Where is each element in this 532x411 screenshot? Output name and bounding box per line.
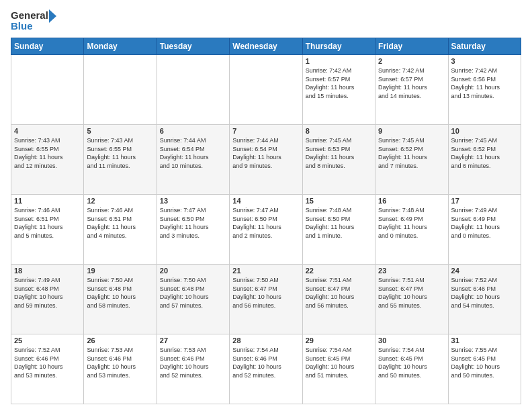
day-info: Sunrise: 7:45 AM Sunset: 6:53 PM Dayligh…: [306, 136, 372, 170]
day-info: Sunrise: 7:43 AM Sunset: 6:55 PM Dayligh…: [14, 136, 81, 170]
day-info: Sunrise: 7:51 AM Sunset: 6:47 PM Dayligh…: [378, 276, 445, 310]
day-info: Sunrise: 7:46 AM Sunset: 6:51 PM Dayligh…: [87, 206, 153, 240]
calendar-cell: 4Sunrise: 7:43 AM Sunset: 6:55 PM Daylig…: [11, 125, 84, 195]
day-number: 9: [378, 127, 445, 135]
calendar-header-monday: Monday: [84, 38, 157, 55]
day-info: Sunrise: 7:44 AM Sunset: 6:54 PM Dayligh…: [232, 136, 299, 170]
svg-text:General: General: [11, 9, 48, 21]
calendar-cell: 28Sunrise: 7:54 AM Sunset: 6:46 PM Dayli…: [230, 334, 302, 404]
calendar-cell: 1Sunrise: 7:42 AM Sunset: 6:57 PM Daylig…: [302, 55, 375, 125]
calendar-cell: 25Sunrise: 7:52 AM Sunset: 6:46 PM Dayli…: [11, 334, 84, 404]
day-info: Sunrise: 7:45 AM Sunset: 6:52 PM Dayligh…: [378, 136, 445, 170]
calendar-cell: 18Sunrise: 7:49 AM Sunset: 6:48 PM Dayli…: [11, 265, 84, 334]
day-info: Sunrise: 7:49 AM Sunset: 6:49 PM Dayligh…: [451, 206, 518, 240]
day-info: Sunrise: 7:55 AM Sunset: 6:45 PM Dayligh…: [451, 346, 518, 379]
day-number: 16: [378, 197, 445, 205]
day-info: Sunrise: 7:42 AM Sunset: 6:57 PM Dayligh…: [306, 66, 372, 100]
calendar-header-tuesday: Tuesday: [157, 38, 229, 55]
calendar-cell: [11, 55, 84, 125]
calendar-header-friday: Friday: [375, 38, 448, 55]
calendar-cell: 19Sunrise: 7:50 AM Sunset: 6:48 PM Dayli…: [84, 265, 157, 334]
calendar-cell: 23Sunrise: 7:51 AM Sunset: 6:47 PM Dayli…: [375, 265, 448, 334]
calendar-table: SundayMondayTuesdayWednesdayThursdayFrid…: [11, 38, 521, 404]
day-number: 20: [160, 267, 226, 275]
day-number: 27: [160, 336, 226, 345]
day-number: 17: [451, 197, 518, 205]
day-number: 11: [14, 197, 81, 205]
calendar-cell: 17Sunrise: 7:49 AM Sunset: 6:49 PM Dayli…: [448, 195, 521, 265]
calendar-cell: 10Sunrise: 7:45 AM Sunset: 6:52 PM Dayli…: [448, 125, 521, 195]
calendar-header-thursday: Thursday: [302, 38, 375, 55]
day-number: 30: [378, 336, 445, 345]
calendar-cell: 21Sunrise: 7:50 AM Sunset: 6:47 PM Dayli…: [230, 265, 302, 334]
day-number: 10: [451, 127, 518, 135]
calendar-header-row: SundayMondayTuesdayWednesdayThursdayFrid…: [11, 38, 521, 55]
logo: GeneralBlue: [11, 8, 64, 34]
day-info: Sunrise: 7:42 AM Sunset: 6:56 PM Dayligh…: [451, 66, 518, 100]
svg-text:Blue: Blue: [11, 20, 33, 32]
day-info: Sunrise: 7:49 AM Sunset: 6:48 PM Dayligh…: [14, 276, 81, 310]
day-info: Sunrise: 7:51 AM Sunset: 6:47 PM Dayligh…: [306, 276, 372, 310]
day-number: 18: [14, 267, 81, 275]
calendar-cell: 15Sunrise: 7:48 AM Sunset: 6:50 PM Dayli…: [302, 195, 375, 265]
day-info: Sunrise: 7:52 AM Sunset: 6:46 PM Dayligh…: [451, 276, 518, 310]
calendar-cell: 31Sunrise: 7:55 AM Sunset: 6:45 PM Dayli…: [448, 334, 521, 404]
day-number: 2: [378, 57, 445, 65]
calendar-cell: 20Sunrise: 7:50 AM Sunset: 6:48 PM Dayli…: [157, 265, 229, 334]
svg-marker-2: [49, 9, 56, 23]
day-number: 22: [306, 267, 372, 275]
day-number: 15: [306, 197, 372, 205]
day-number: 26: [87, 336, 153, 345]
day-info: Sunrise: 7:43 AM Sunset: 6:55 PM Dayligh…: [87, 136, 153, 170]
day-info: Sunrise: 7:50 AM Sunset: 6:48 PM Dayligh…: [160, 276, 226, 310]
calendar-cell: 14Sunrise: 7:47 AM Sunset: 6:50 PM Dayli…: [230, 195, 302, 265]
calendar-cell: 29Sunrise: 7:54 AM Sunset: 6:45 PM Dayli…: [302, 334, 375, 404]
calendar-cell: 7Sunrise: 7:44 AM Sunset: 6:54 PM Daylig…: [230, 125, 302, 195]
calendar-cell: 2Sunrise: 7:42 AM Sunset: 6:57 PM Daylig…: [375, 55, 448, 125]
calendar-cell: [157, 55, 229, 125]
calendar-cell: 26Sunrise: 7:53 AM Sunset: 6:46 PM Dayli…: [84, 334, 157, 404]
day-info: Sunrise: 7:53 AM Sunset: 6:46 PM Dayligh…: [160, 346, 226, 379]
day-info: Sunrise: 7:53 AM Sunset: 6:46 PM Dayligh…: [87, 346, 153, 379]
day-number: 21: [232, 267, 299, 275]
day-info: Sunrise: 7:47 AM Sunset: 6:50 PM Dayligh…: [160, 206, 226, 240]
day-info: Sunrise: 7:46 AM Sunset: 6:51 PM Dayligh…: [14, 206, 81, 240]
calendar-cell: 6Sunrise: 7:44 AM Sunset: 6:54 PM Daylig…: [157, 125, 229, 195]
calendar-week-row: 11Sunrise: 7:46 AM Sunset: 6:51 PM Dayli…: [11, 195, 521, 265]
calendar-cell: 3Sunrise: 7:42 AM Sunset: 6:56 PM Daylig…: [448, 55, 521, 125]
day-number: 4: [14, 127, 81, 135]
day-number: 19: [87, 267, 153, 275]
calendar-week-row: 4Sunrise: 7:43 AM Sunset: 6:55 PM Daylig…: [11, 125, 521, 195]
day-number: 7: [232, 127, 299, 135]
calendar-cell: 11Sunrise: 7:46 AM Sunset: 6:51 PM Dayli…: [11, 195, 84, 265]
day-number: 3: [451, 57, 518, 65]
calendar-week-row: 1Sunrise: 7:42 AM Sunset: 6:57 PM Daylig…: [11, 55, 521, 125]
day-number: 28: [232, 336, 299, 345]
day-info: Sunrise: 7:48 AM Sunset: 6:49 PM Dayligh…: [378, 206, 445, 240]
day-number: 12: [87, 197, 153, 205]
calendar-header-saturday: Saturday: [448, 38, 521, 55]
calendar-cell: [84, 55, 157, 125]
calendar-cell: 5Sunrise: 7:43 AM Sunset: 6:55 PM Daylig…: [84, 125, 157, 195]
calendar-cell: 27Sunrise: 7:53 AM Sunset: 6:46 PM Dayli…: [157, 334, 229, 404]
day-number: 8: [306, 127, 372, 135]
day-number: 25: [14, 336, 81, 345]
calendar-cell: 12Sunrise: 7:46 AM Sunset: 6:51 PM Dayli…: [84, 195, 157, 265]
day-info: Sunrise: 7:54 AM Sunset: 6:45 PM Dayligh…: [306, 346, 372, 379]
day-number: 31: [451, 336, 518, 345]
day-info: Sunrise: 7:48 AM Sunset: 6:50 PM Dayligh…: [306, 206, 372, 240]
calendar-week-row: 25Sunrise: 7:52 AM Sunset: 6:46 PM Dayli…: [11, 334, 521, 404]
day-info: Sunrise: 7:50 AM Sunset: 6:47 PM Dayligh…: [232, 276, 299, 310]
day-number: 13: [160, 197, 226, 205]
day-info: Sunrise: 7:42 AM Sunset: 6:57 PM Dayligh…: [378, 66, 445, 100]
calendar-header-sunday: Sunday: [11, 38, 84, 55]
page: GeneralBlue SundayMondayTuesdayWednesday…: [0, 0, 532, 411]
day-info: Sunrise: 7:44 AM Sunset: 6:54 PM Dayligh…: [160, 136, 226, 170]
calendar-cell: 22Sunrise: 7:51 AM Sunset: 6:47 PM Dayli…: [302, 265, 375, 334]
calendar-cell: 30Sunrise: 7:54 AM Sunset: 6:45 PM Dayli…: [375, 334, 448, 404]
day-info: Sunrise: 7:47 AM Sunset: 6:50 PM Dayligh…: [232, 206, 299, 240]
calendar-header-wednesday: Wednesday: [230, 38, 302, 55]
day-number: 23: [378, 267, 445, 275]
day-number: 29: [306, 336, 372, 345]
day-number: 6: [160, 127, 226, 135]
